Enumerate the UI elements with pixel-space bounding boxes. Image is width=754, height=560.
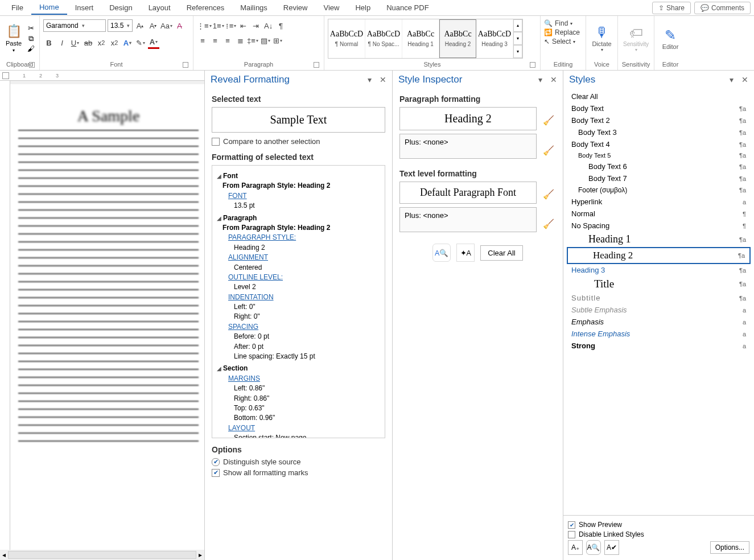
gallery-down-icon[interactable]: ▾ xyxy=(513,32,522,45)
share-button[interactable]: ⇪Share xyxy=(652,2,691,14)
horizontal-scrollbar[interactable]: ◂ ▸ xyxy=(0,550,204,560)
paste-button[interactable]: 📋 Paste ▾ xyxy=(3,23,24,54)
show-preview-checkbox[interactable]: ✔Show Preview xyxy=(568,521,749,529)
shading-icon[interactable]: ▨▾ xyxy=(259,34,271,47)
clear-text-icon[interactable]: 🧹 xyxy=(541,216,556,231)
style-list-item[interactable]: Normal¶ xyxy=(567,208,751,220)
font-launcher[interactable] xyxy=(183,62,188,68)
pane-menu-icon[interactable]: ▾ xyxy=(538,75,542,84)
increase-indent-icon[interactable]: ⇥ xyxy=(250,19,262,32)
style-list-item[interactable]: Stronga xyxy=(567,340,751,352)
shrink-font-icon[interactable]: A▾ xyxy=(147,19,159,32)
dictate-button[interactable]: 🎙Dictate▾ xyxy=(590,24,614,52)
tab-view[interactable]: View xyxy=(315,1,347,14)
gallery-up-icon[interactable]: ▴ xyxy=(513,19,522,32)
style-list-item[interactable]: Intense Emphasisa xyxy=(567,328,751,340)
tab-review[interactable]: Review xyxy=(275,1,316,14)
style-gallery-item[interactable]: AaBbCcHeading 2 xyxy=(439,19,476,58)
close-icon[interactable]: ✕ xyxy=(550,75,557,84)
style-gallery-item[interactable]: AaBbCcDHeading 3 xyxy=(476,19,513,58)
new-style-icon[interactable]: A₊ xyxy=(568,540,583,555)
horizontal-ruler[interactable]: 123 xyxy=(0,71,204,81)
superscript-icon[interactable]: x2 xyxy=(109,36,120,49)
cut-icon[interactable]: ✂ xyxy=(26,24,35,33)
grow-font-icon[interactable]: A▴ xyxy=(134,19,146,32)
style-list-item[interactable]: Heading 2¶a xyxy=(567,247,751,264)
strikethrough-icon[interactable]: ab xyxy=(83,36,94,49)
bold-icon[interactable]: B xyxy=(43,36,55,49)
tab-layout[interactable]: Layout xyxy=(141,1,179,14)
disable-linked-checkbox[interactable]: Disable Linked Styles xyxy=(568,530,749,538)
text-style-box[interactable]: Default Paragraph Font xyxy=(399,182,537,204)
comments-button[interactable]: 💬Comments xyxy=(694,2,751,14)
style-gallery-item[interactable]: AaBbCcD¶ No Spac... xyxy=(365,19,402,58)
style-list-item[interactable]: Body Text 7¶a xyxy=(567,172,751,184)
tab-design[interactable]: Design xyxy=(101,1,140,14)
tab-references[interactable]: References xyxy=(179,1,232,14)
editor-button[interactable]: ✎Editor xyxy=(658,27,683,50)
borders-icon[interactable]: ⊞▾ xyxy=(272,34,283,47)
justify-icon[interactable]: ≣ xyxy=(234,34,246,47)
options-button[interactable]: Options... xyxy=(710,541,749,554)
font-color-icon[interactable]: A▾ xyxy=(148,36,159,49)
multilevel-icon[interactable]: ⫶≡▾ xyxy=(225,19,237,32)
clear-all-button[interactable]: Clear All xyxy=(480,245,522,261)
sort-icon[interactable]: A↓ xyxy=(263,19,274,32)
style-list-item[interactable]: Emphasisa xyxy=(567,316,751,328)
reset-paragraph-icon[interactable]: 🧹 xyxy=(541,113,556,128)
styles-launcher[interactable] xyxy=(530,62,535,68)
style-list-item[interactable]: Body Text 4¶a xyxy=(567,138,751,150)
decrease-indent-icon[interactable]: ⇤ xyxy=(238,19,249,32)
close-icon[interactable]: ✕ xyxy=(380,75,386,84)
vertical-ruler[interactable] xyxy=(0,81,10,550)
new-style-button[interactable]: ✦A xyxy=(456,244,475,262)
align-center-icon[interactable]: ≡ xyxy=(209,34,221,47)
style-list-item[interactable]: Hyperlinka xyxy=(567,196,751,208)
style-list-item[interactable]: Subtitle¶a xyxy=(567,292,751,304)
paragraph-launcher[interactable] xyxy=(314,62,319,68)
style-list-item[interactable]: Title¶a xyxy=(567,276,751,292)
align-left-icon[interactable]: ≡ xyxy=(197,34,208,47)
tab-insert[interactable]: Insert xyxy=(67,1,102,14)
highlight-icon[interactable]: ✎▾ xyxy=(135,36,146,49)
numbering-icon[interactable]: 1≡▾ xyxy=(213,19,224,32)
reveal-formatting-button[interactable]: A🔍 xyxy=(432,244,451,262)
style-inspector-icon[interactable]: A🔍 xyxy=(586,540,601,555)
style-list-item[interactable]: Heading 3¶a xyxy=(567,264,751,276)
clear-paragraph-icon[interactable]: 🧹 xyxy=(541,143,556,158)
style-list-item[interactable]: Body Text 3¶a xyxy=(567,126,751,138)
change-case-icon[interactable]: Aa▾ xyxy=(160,19,172,32)
style-list-item[interactable]: Body Text 2¶a xyxy=(567,114,751,126)
ruler-tab-selector[interactable] xyxy=(2,72,9,79)
clear-formatting-icon[interactable]: A̶ xyxy=(174,19,186,32)
show-marks-icon[interactable]: ¶ xyxy=(275,19,287,32)
copy-icon[interactable]: ⧉ xyxy=(26,34,35,43)
line-spacing-icon[interactable]: ‡≡▾ xyxy=(247,34,258,47)
clear-all-style[interactable]: Clear All xyxy=(567,91,751,102)
replace-button[interactable]: 🔁Replace xyxy=(544,28,580,36)
scroll-left-icon[interactable]: ◂ xyxy=(0,551,8,559)
tab-home[interactable]: Home xyxy=(31,1,67,15)
bullets-icon[interactable]: ⋮≡▾ xyxy=(197,19,212,32)
style-gallery-item[interactable]: AaBbCcHeading 1 xyxy=(402,19,439,58)
style-list-item[interactable]: Body Text 6¶a xyxy=(567,160,751,172)
style-gallery-item[interactable]: AaBbCcD¶ Normal xyxy=(328,19,365,58)
compare-checkbox[interactable]: Compare to another selection xyxy=(212,137,385,146)
tab-mailings[interactable]: Mailings xyxy=(232,1,275,14)
formatting-tree[interactable]: ◢Font From Paragraph Style: Heading 2 FO… xyxy=(212,165,385,438)
document-view[interactable]: A Sample xyxy=(10,84,204,550)
font-name-combo[interactable]: Garamond▾ xyxy=(43,19,106,32)
tab-help[interactable]: Help xyxy=(347,1,378,14)
align-right-icon[interactable]: ≡ xyxy=(222,34,233,47)
manage-styles-icon[interactable]: A✔ xyxy=(604,540,619,555)
style-list-item[interactable]: Subtle Emphasisa xyxy=(567,304,751,316)
italic-icon[interactable]: I xyxy=(56,36,68,49)
paragraph-style-box[interactable]: Heading 2 xyxy=(399,107,537,130)
tab-file[interactable]: File xyxy=(3,1,31,14)
font-size-combo[interactable]: 13.5▾ xyxy=(108,19,133,32)
style-list-item[interactable]: Heading 1¶a xyxy=(567,232,751,247)
pane-menu-icon[interactable]: ▾ xyxy=(730,75,734,84)
distinguish-style-checkbox[interactable]: ✔Distinguish style source xyxy=(212,458,385,466)
style-list-item[interactable]: Body Text 5¶a xyxy=(567,150,751,160)
style-list-item[interactable]: No Spacing¶ xyxy=(567,220,751,232)
